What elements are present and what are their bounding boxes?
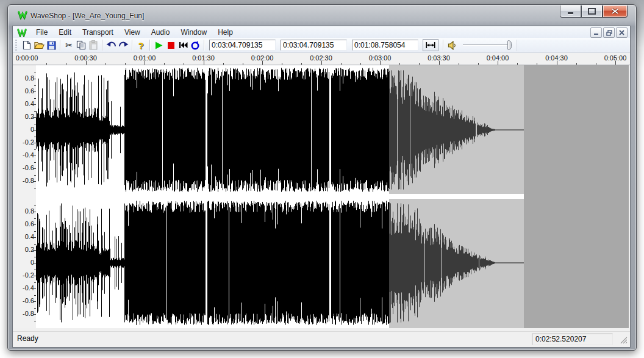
ruler-tick xyxy=(557,61,557,65)
ruler-tick xyxy=(184,63,184,65)
ruler-tick xyxy=(615,61,616,65)
resize-grip[interactable] xyxy=(620,336,628,344)
menu-file[interactable]: File xyxy=(30,27,53,38)
menu-edit[interactable]: Edit xyxy=(53,27,77,38)
app-logo-icon xyxy=(18,10,27,20)
toolbar-separator xyxy=(443,40,443,51)
minimize-icon xyxy=(568,12,573,14)
fit-selection-icon xyxy=(426,42,435,48)
amplitude-label: -0.6 xyxy=(16,297,34,304)
save-button[interactable] xyxy=(45,39,57,51)
waveform-area: 0.80.60.40.20-0.2-0.4-0.6-0.80.80.60.40.… xyxy=(13,65,630,328)
amplitude-minor-tick xyxy=(34,218,36,219)
cut-button[interactable]: ✂ xyxy=(63,39,75,51)
speaker-icon xyxy=(448,41,457,50)
toolbar-separator xyxy=(204,40,204,51)
undo-button[interactable] xyxy=(105,39,117,51)
paste-button[interactable] xyxy=(87,39,99,51)
play-button[interactable] xyxy=(152,39,165,51)
volume-button[interactable] xyxy=(446,39,458,51)
amplitude-tick xyxy=(33,314,36,315)
volume-slider-track xyxy=(463,45,512,45)
toolbar-separator xyxy=(60,40,60,51)
selection-length-field[interactable] xyxy=(352,40,418,51)
maximize-icon xyxy=(588,8,596,15)
amplitude-label: 0.2 xyxy=(16,246,34,253)
menu-transport[interactable]: Transport xyxy=(77,27,119,38)
help-button[interactable]: ? xyxy=(135,39,147,51)
mdi-controls xyxy=(590,27,628,38)
amplitude-label: 0.8 xyxy=(16,74,34,82)
ruler-tick xyxy=(419,63,420,65)
toolbar: ✂ xyxy=(13,38,630,53)
amplitude-tick xyxy=(33,143,36,143)
amplitude-minor-tick xyxy=(34,175,36,176)
amplitude-minor-tick xyxy=(34,257,36,257)
rewind-button[interactable] xyxy=(177,39,189,51)
amplitude-minor-tick xyxy=(34,270,36,270)
amplitude-label: 0 xyxy=(16,126,34,133)
ruler-tick xyxy=(125,63,126,65)
toolbar-blank-band xyxy=(517,40,629,51)
fit-selection-button[interactable] xyxy=(423,39,438,51)
volume-slider[interactable] xyxy=(463,40,512,50)
ruler-tick xyxy=(145,61,145,65)
document-logo-icon[interactable] xyxy=(17,27,27,37)
amplitude-minor-tick xyxy=(34,85,36,86)
amplitude-tick xyxy=(33,104,36,105)
waveform-canvas[interactable] xyxy=(36,65,629,328)
new-file-button[interactable] xyxy=(21,39,33,51)
ruler-tick xyxy=(321,61,322,65)
volume-slider-thumb[interactable] xyxy=(507,40,512,50)
position-field[interactable] xyxy=(209,40,276,51)
app-window: WaveShop - [We_Are_Young_Fun] File Edit … xyxy=(7,4,637,351)
save-floppy-icon xyxy=(47,41,56,50)
ruler-tick xyxy=(596,63,596,65)
ruler-tick xyxy=(498,61,498,65)
amplitude-minor-tick xyxy=(34,231,36,232)
toolbar-gripper[interactable] xyxy=(15,40,17,51)
stop-button[interactable] xyxy=(165,39,177,51)
record-button[interactable] xyxy=(189,39,201,51)
menu-window[interactable]: Window xyxy=(175,27,212,38)
toolbar-separator xyxy=(149,40,150,51)
amplitude-minor-tick xyxy=(34,124,36,124)
redo-arrow-icon xyxy=(118,41,129,49)
menu-audio[interactable]: Audio xyxy=(146,27,176,38)
amplitude-tick xyxy=(33,263,36,263)
maximize-button[interactable] xyxy=(581,5,603,18)
amplitude-label: 0 xyxy=(16,259,34,266)
amplitude-minor-tick xyxy=(34,282,36,283)
ruler-tick xyxy=(459,63,459,65)
status-time-panel: 0:02:52.520207 xyxy=(532,334,613,345)
caption-buttons xyxy=(560,5,628,18)
close-button[interactable] xyxy=(603,5,628,18)
window-title: WaveShop - [We_Are_Young_Fun] xyxy=(30,12,144,20)
mdi-close-button[interactable] xyxy=(616,27,628,38)
time-ruler[interactable]: 0:00:000:00:300:01:000:01:300:02:000:02:… xyxy=(13,53,630,65)
paste-clipboard-icon xyxy=(89,40,98,50)
open-file-button[interactable] xyxy=(33,39,45,51)
redo-button[interactable] xyxy=(117,39,129,51)
amplitude-minor-tick xyxy=(34,137,36,137)
copy-button[interactable] xyxy=(75,39,87,51)
mdi-minimize-button[interactable] xyxy=(590,27,602,38)
selection-start-field[interactable] xyxy=(281,40,347,51)
record-loop-icon xyxy=(190,40,200,50)
amplitude-tick xyxy=(33,117,36,118)
mdi-restore-button[interactable] xyxy=(603,27,615,38)
amplitude-label: 0.6 xyxy=(16,220,34,227)
ruler-tick xyxy=(86,61,87,65)
amplitude-label: -0.4 xyxy=(16,151,34,159)
amplitude-label: -0.6 xyxy=(16,164,34,171)
minimize-button[interactable] xyxy=(560,5,581,18)
amplitude-minor-tick xyxy=(34,321,36,321)
ruler-tick xyxy=(517,63,518,65)
mdi-close-icon xyxy=(619,30,624,35)
ruler-tick xyxy=(537,63,537,65)
amplitude-tick xyxy=(33,276,36,276)
menu-help[interactable]: Help xyxy=(212,27,238,38)
ruler-tick xyxy=(360,63,361,65)
ruler-tick xyxy=(439,61,440,65)
menu-view[interactable]: View xyxy=(119,27,146,38)
